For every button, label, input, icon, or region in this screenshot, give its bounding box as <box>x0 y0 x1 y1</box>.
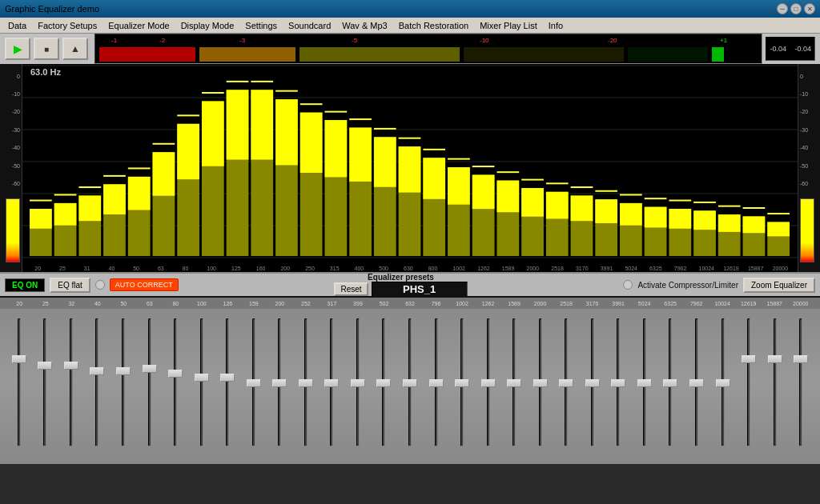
left-level: -0.04 <box>770 45 786 53</box>
menu-data[interactable]: Data <box>3 20 31 31</box>
freq-label-40: 40 <box>85 301 111 306</box>
menu-mixer-play-list[interactable]: Mixer Play List <box>475 20 542 31</box>
scale-neg50: -50 <box>12 163 20 169</box>
eq-flat-button[interactable]: EQ flat <box>50 278 90 293</box>
fader-handle-100[interactable] <box>195 374 209 382</box>
fader-handle-126[interactable] <box>220 374 235 382</box>
fader-handle-2518[interactable] <box>559 379 573 387</box>
freq-label-3170: 3170 <box>579 301 605 306</box>
fader-channel-3170 <box>580 310 605 464</box>
freq-label-252: 252 <box>293 301 320 306</box>
fader-handle-80[interactable] <box>168 370 183 378</box>
fader-channel-3991 <box>606 310 632 464</box>
freq-label-80: 80 <box>163 301 189 306</box>
fader-handle-25[interactable] <box>38 362 52 370</box>
fader-handle-1002[interactable] <box>455 379 469 387</box>
fader-channel-50 <box>111 310 136 464</box>
zoom-equalizer-button[interactable]: Zoom Equalizer <box>743 278 815 293</box>
fader-handle-12619[interactable] <box>742 355 756 363</box>
fader-handle-32[interactable] <box>64 362 78 370</box>
fader-handle-200[interactable] <box>272 379 287 387</box>
reset-button[interactable]: Reset <box>334 282 368 296</box>
compressor-radio[interactable] <box>623 280 633 290</box>
fader-handle-15887[interactable] <box>768 355 782 363</box>
fader-track-40 <box>95 318 98 446</box>
fader-handle-50[interactable] <box>116 367 131 375</box>
fader-handle-252[interactable] <box>299 379 313 387</box>
freq-label-200: 200 <box>267 301 293 306</box>
menu-settings[interactable]: Settings <box>240 20 282 31</box>
vu-meter-strip: -1 -2 -3 -5 -10 -20 +1 <box>94 34 762 64</box>
fader-handle-399[interactable] <box>351 379 365 387</box>
frequency-labels-row: 2025324050638010012615920025231739950263… <box>0 298 820 309</box>
fader-handle-40[interactable] <box>90 367 104 375</box>
maximize-button[interactable]: □ <box>790 3 802 14</box>
fader-channel-40 <box>85 310 111 464</box>
level-display: -0.04 -0.04 <box>766 37 815 61</box>
freq-label-5024: 5024 <box>631 301 657 306</box>
fader-handle-1589[interactable] <box>507 379 521 387</box>
close-button[interactable]: ✕ <box>804 3 815 14</box>
fader-track-20 <box>18 318 21 446</box>
fader-handle-63[interactable] <box>143 365 157 373</box>
preset-row: Reset PHS_1 <box>334 282 467 297</box>
play-icon: ▶ <box>14 42 22 55</box>
freq-label-1002: 1002 <box>449 301 476 306</box>
toolbar: ▶ ■ ▲ -1 -2 -3 -5 -10 -20 +1 -0.04 -0. <box>0 34 820 64</box>
svg-rect-12 <box>712 47 724 62</box>
fader-channel-252 <box>293 310 319 464</box>
menu-factory-setups[interactable]: Factory Setups <box>33 20 102 31</box>
menu-equalizer-mode[interactable]: Equalizer Mode <box>103 20 174 31</box>
fader-track-32 <box>70 318 73 446</box>
rscale-0: 0 <box>800 74 803 79</box>
menu-batch-restoration[interactable]: Batch Restoration <box>394 20 473 31</box>
fader-handle-796[interactable] <box>429 379 444 387</box>
play-button[interactable]: ▶ <box>5 38 30 60</box>
eq-fader-area: 2025324050638010012615920025231739950263… <box>0 296 820 464</box>
freq-label-502: 502 <box>371 301 397 306</box>
fader-channel-100 <box>189 310 215 464</box>
fader-handle-2000[interactable] <box>533 379 548 387</box>
fader-handle-3991[interactable] <box>611 379 625 387</box>
fader-track-50 <box>122 318 125 446</box>
rscale-neg40: -40 <box>800 145 808 150</box>
menu-display-mode[interactable]: Display Mode <box>176 20 239 31</box>
fader-handle-317[interactable] <box>324 379 339 387</box>
rscale-neg10: -10 <box>800 91 808 97</box>
freq-label-20: 20 <box>6 301 33 306</box>
fader-handle-5024[interactable] <box>637 379 652 387</box>
fader-handle-3170[interactable] <box>585 379 600 387</box>
eject-button[interactable]: ▲ <box>62 38 88 60</box>
minimize-button[interactable]: ─ <box>777 3 788 14</box>
svg-rect-7 <box>99 47 195 62</box>
menu-wav-mp3[interactable]: Wav & Mp3 <box>337 20 392 31</box>
fader-handle-10024[interactable] <box>716 379 730 387</box>
fader-handle-159[interactable] <box>247 379 261 387</box>
fader-handle-1262[interactable] <box>481 379 496 387</box>
fader-handle-20000[interactable] <box>794 355 808 363</box>
title-bar-text: Graphic Equalizer demo <box>5 4 99 14</box>
menu-soundcard[interactable]: Soundcard <box>283 20 336 31</box>
fader-handle-6325[interactable] <box>663 379 677 387</box>
fader-handle-502[interactable] <box>376 379 391 387</box>
eject-icon: ▲ <box>70 43 80 54</box>
svg-text:+1: +1 <box>720 37 728 44</box>
fader-handle-7962[interactable] <box>689 379 704 387</box>
auto-correct-radio[interactable] <box>95 280 105 290</box>
freq-label-399: 399 <box>345 301 372 306</box>
main-area: 0 -10 -20 -30 -40 -50 -60 63.0 Hz 0 -10 … <box>0 64 820 272</box>
fader-channel-80 <box>163 310 188 464</box>
stop-button[interactable]: ■ <box>34 38 59 60</box>
auto-correct-button[interactable]: AUTO CORRECT <box>110 278 179 291</box>
menu-info[interactable]: Info <box>544 20 568 31</box>
fader-handle-632[interactable] <box>403 379 417 387</box>
fader-track-6325 <box>669 318 672 446</box>
fader-channel-200 <box>267 310 292 464</box>
fader-channel-10024 <box>710 310 736 464</box>
eq-on-button[interactable]: EQ ON <box>5 278 45 292</box>
fader-channel-1002 <box>449 310 475 464</box>
left-vu-bar <box>6 198 20 262</box>
fader-handle-20[interactable] <box>12 355 26 363</box>
freq-label-32: 32 <box>58 301 85 306</box>
activate-label: Activate Compressor/Limiter <box>637 281 738 290</box>
